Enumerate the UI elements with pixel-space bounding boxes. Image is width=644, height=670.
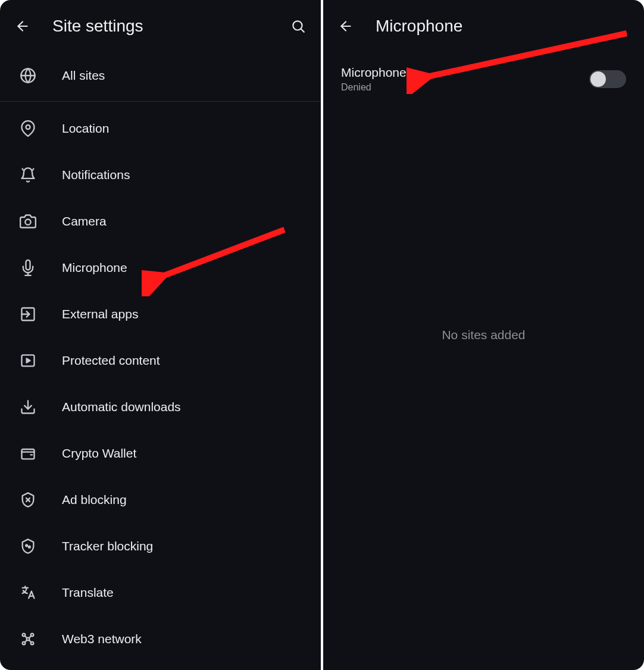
page-title: Microphone	[376, 17, 633, 36]
svg-marker-11	[27, 359, 30, 363]
svg-line-25	[25, 640, 27, 643]
translate-item[interactable]: Translate	[0, 569, 321, 616]
microphone-header: Microphone	[323, 0, 644, 52]
location-pin-icon	[20, 120, 36, 137]
download-icon	[20, 399, 36, 415]
wallet-icon	[20, 445, 36, 462]
all-sites-item[interactable]: All sites	[0, 52, 321, 99]
item-label: Notifications	[62, 168, 130, 182]
item-label: Camera	[62, 214, 107, 228]
permission-status: Denied	[341, 82, 589, 93]
item-label: Location	[62, 121, 109, 136]
svg-line-24	[29, 636, 32, 638]
microphone-permission-row[interactable]: Microphone Denied	[323, 52, 644, 99]
back-button[interactable]	[334, 14, 358, 38]
item-label: Automatic downloads	[62, 400, 181, 414]
svg-point-5	[25, 220, 30, 225]
svg-rect-13	[22, 449, 35, 459]
item-label: Crypto Wallet	[62, 446, 136, 461]
arrow-left-icon	[15, 18, 30, 34]
translate-icon	[20, 584, 36, 601]
svg-point-16	[26, 544, 27, 546]
svg-line-23	[25, 636, 27, 638]
all-sites-label: All sites	[62, 68, 105, 83]
back-button[interactable]	[11, 14, 35, 38]
svg-point-4	[26, 125, 30, 129]
camera-icon	[20, 213, 36, 230]
globe-icon	[20, 67, 36, 84]
empty-state: No sites added	[323, 0, 644, 670]
web3-network-item[interactable]: Web3 network	[0, 616, 321, 662]
site-settings-panel: Site settings All sites Location Notific…	[0, 0, 321, 670]
svg-point-1	[293, 21, 302, 30]
item-label: Web3 network	[62, 632, 142, 646]
tracker-blocking-item[interactable]: Tracker blocking	[0, 523, 321, 569]
svg-point-17	[29, 546, 30, 548]
bell-icon	[20, 167, 36, 183]
item-label: Translate	[62, 586, 114, 600]
microphone-settings-panel: Microphone Microphone Denied No sites ad…	[323, 0, 644, 670]
svg-line-2	[301, 29, 304, 32]
crypto-wallet-item[interactable]: Crypto Wallet	[0, 430, 321, 477]
shield-x-icon	[20, 491, 36, 508]
location-item[interactable]: Location	[0, 105, 321, 152]
microphone-icon	[20, 259, 36, 276]
exit-icon	[20, 306, 36, 323]
item-label: Microphone	[62, 261, 127, 275]
item-label: Tracker blocking	[62, 539, 153, 553]
item-label: Protected content	[62, 353, 160, 368]
microphone-item[interactable]: Microphone	[0, 245, 321, 291]
search-icon	[290, 18, 306, 34]
divider	[0, 101, 321, 102]
external-apps-item[interactable]: External apps	[0, 291, 321, 337]
svg-line-26	[29, 640, 32, 643]
play-box-icon	[20, 352, 36, 369]
permission-label: Microphone	[341, 65, 589, 80]
arrow-left-icon	[338, 18, 354, 34]
item-label: External apps	[62, 307, 138, 321]
automatic-downloads-item[interactable]: Automatic downloads	[0, 384, 321, 430]
notifications-item[interactable]: Notifications	[0, 152, 321, 198]
toggle-knob	[590, 71, 606, 87]
ad-blocking-item[interactable]: Ad blocking	[0, 477, 321, 523]
item-label: Ad blocking	[62, 493, 127, 507]
microphone-toggle[interactable]	[589, 70, 626, 88]
search-button[interactable]	[286, 14, 310, 38]
shield-tracker-icon	[20, 538, 36, 555]
protected-content-item[interactable]: Protected content	[0, 337, 321, 384]
network-icon	[20, 631, 36, 647]
page-title: Site settings	[52, 17, 286, 36]
site-settings-header: Site settings	[0, 0, 321, 52]
camera-item[interactable]: Camera	[0, 198, 321, 245]
empty-state-text: No sites added	[442, 328, 525, 342]
